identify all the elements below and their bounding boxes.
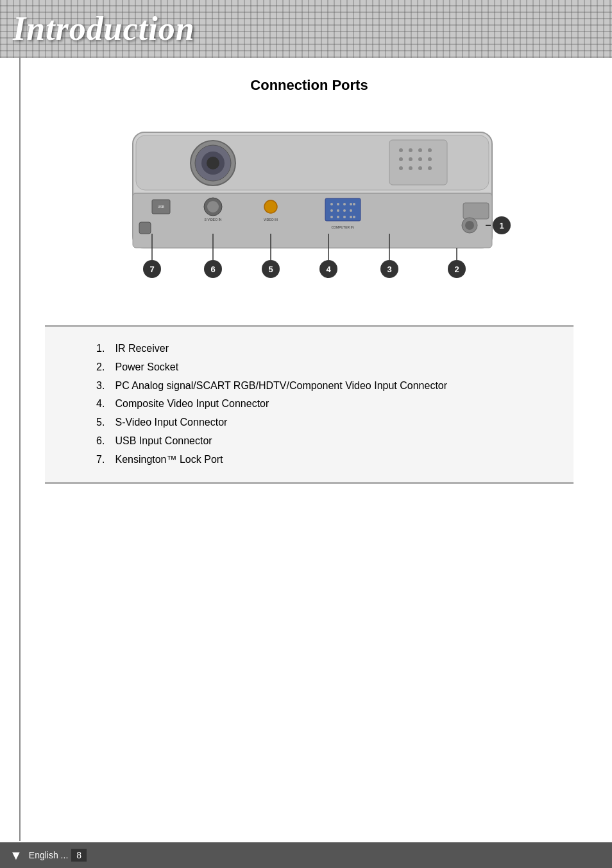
svg-text:USB: USB bbox=[158, 205, 165, 209]
svg-point-45 bbox=[465, 221, 474, 230]
description-area: 1. IR Receiver 2. Power Socket 3. PC Ana… bbox=[45, 325, 574, 484]
list-item-2: 2. Power Socket bbox=[96, 358, 548, 377]
list-item-7: 7. Kensington™ Lock Port bbox=[96, 451, 548, 469]
svg-point-12 bbox=[409, 157, 412, 161]
svg-point-23 bbox=[207, 201, 219, 213]
item-text: Power Socket bbox=[115, 361, 178, 372]
projector-diagram: USB S-VIDEO IN VIDEO IN COMPUTER IN bbox=[45, 113, 574, 306]
svg-point-38 bbox=[330, 216, 333, 218]
projector-svg: USB S-VIDEO IN VIDEO IN COMPUTER IN bbox=[101, 113, 518, 306]
item-text: IR Receiver bbox=[115, 343, 169, 354]
item-number: 7. bbox=[96, 451, 112, 469]
svg-point-35 bbox=[337, 209, 339, 212]
list-item-1: 1. IR Receiver bbox=[96, 340, 548, 358]
bottom-arrow-icon: ▼ bbox=[10, 848, 22, 863]
language-label: English ... bbox=[29, 850, 68, 860]
left-sidebar-line bbox=[19, 58, 21, 841]
svg-point-39 bbox=[337, 216, 339, 218]
svg-rect-19 bbox=[133, 193, 492, 248]
svg-point-42 bbox=[353, 216, 355, 218]
list-item-3: 3. PC Analog signal/SCART RGB/HDTV/Compo… bbox=[96, 377, 548, 395]
svg-text:2: 2 bbox=[454, 265, 459, 274]
item-number: 5. bbox=[96, 413, 112, 432]
svg-rect-46 bbox=[139, 222, 151, 234]
svg-point-37 bbox=[350, 209, 352, 212]
svg-text:7: 7 bbox=[149, 265, 154, 274]
item-text: S-Video Input Connector bbox=[115, 417, 227, 428]
bottom-bar: ▼ English ... 8 bbox=[0, 842, 612, 868]
main-content: Connection Ports bbox=[6, 58, 612, 503]
item-number: 1. bbox=[96, 340, 112, 358]
svg-rect-43 bbox=[463, 203, 489, 219]
svg-point-17 bbox=[418, 166, 422, 170]
item-number: 6. bbox=[96, 432, 112, 451]
item-number: 3. bbox=[96, 377, 112, 395]
svg-point-14 bbox=[428, 157, 432, 161]
item-text: USB Input Connector bbox=[115, 435, 212, 446]
svg-point-16 bbox=[409, 166, 412, 170]
svg-text:VIDEO IN: VIDEO IN bbox=[264, 218, 278, 221]
svg-point-32 bbox=[350, 203, 352, 205]
item-text: Kensington™ Lock Port bbox=[115, 454, 223, 465]
svg-text:1: 1 bbox=[499, 221, 504, 230]
section-title: Connection Ports bbox=[45, 77, 574, 94]
svg-point-36 bbox=[343, 209, 346, 212]
item-number: 2. bbox=[96, 358, 112, 377]
svg-point-9 bbox=[418, 148, 422, 152]
svg-point-10 bbox=[428, 148, 432, 152]
svg-point-25 bbox=[264, 200, 277, 213]
svg-text:3: 3 bbox=[387, 265, 391, 274]
svg-point-8 bbox=[409, 148, 412, 152]
projector-image-wrapper: USB S-VIDEO IN VIDEO IN COMPUTER IN bbox=[101, 113, 518, 306]
page-number: 8 bbox=[71, 849, 87, 862]
item-text: PC Analog signal/SCART RGB/HDTV/Componen… bbox=[115, 380, 447, 391]
svg-point-30 bbox=[337, 203, 339, 205]
item-number: 4. bbox=[96, 395, 112, 413]
svg-point-40 bbox=[343, 216, 346, 218]
svg-point-7 bbox=[399, 148, 403, 152]
list-item-6: 6. USB Input Connector bbox=[96, 432, 548, 451]
item-text: Composite Video Input Connector bbox=[115, 398, 269, 409]
svg-text:COMPUTER IN: COMPUTER IN bbox=[332, 225, 354, 229]
svg-text:5: 5 bbox=[268, 265, 273, 274]
header-banner: Introduction bbox=[0, 0, 612, 58]
svg-point-11 bbox=[399, 157, 403, 161]
svg-point-29 bbox=[330, 203, 333, 205]
svg-rect-6 bbox=[389, 140, 447, 185]
svg-text:S-VIDEO IN: S-VIDEO IN bbox=[205, 218, 222, 221]
list-item-4: 4. Composite Video Input Connector bbox=[96, 395, 548, 413]
svg-point-34 bbox=[330, 209, 333, 212]
svg-point-18 bbox=[428, 166, 432, 170]
svg-point-15 bbox=[399, 166, 403, 170]
items-list: 1. IR Receiver 2. Power Socket 3. PC Ana… bbox=[96, 340, 548, 469]
svg-text:6: 6 bbox=[210, 265, 215, 274]
svg-point-5 bbox=[207, 157, 219, 169]
svg-point-41 bbox=[350, 216, 352, 218]
svg-point-33 bbox=[353, 203, 355, 205]
list-item-5: 5. S-Video Input Connector bbox=[96, 413, 548, 432]
page-title: Introduction bbox=[13, 10, 195, 48]
svg-point-13 bbox=[418, 157, 422, 161]
svg-point-31 bbox=[343, 203, 346, 205]
svg-text:4: 4 bbox=[326, 265, 331, 274]
